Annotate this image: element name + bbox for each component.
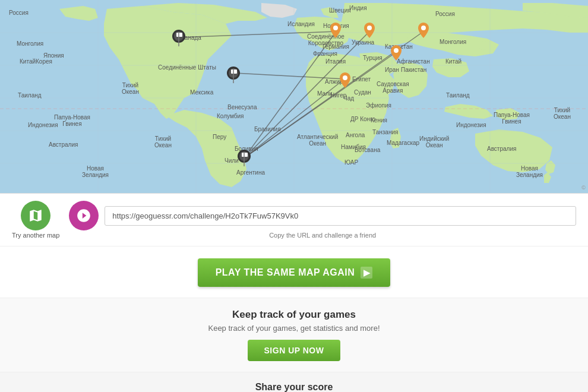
label-australia-w: Австралия <box>49 141 78 148</box>
label-png-e: Папуа-НоваяГвинея <box>494 112 530 125</box>
label-russia-e: Россия <box>435 11 455 17</box>
keep-track-subtitle: Keep track of your games, get statistics… <box>12 324 576 333</box>
label-indonesia-e: Индонезия <box>456 122 486 128</box>
keep-track-area: Keep track of your games Keep track of y… <box>0 298 588 372</box>
map-container: Россия Монголия Китай Таиланд Индонезия … <box>0 0 588 193</box>
pin-orange-4 <box>340 72 350 90</box>
label-chile: Чили <box>225 157 239 164</box>
label-ethiopia: Эфиопия <box>366 102 391 109</box>
label-tanzania: Танзания <box>372 129 398 135</box>
pin-orange-1 <box>330 23 341 40</box>
play-same-map-button[interactable]: PLAY THE SAME MAP AGAIN ▶ <box>198 258 391 287</box>
label-india: Индия <box>349 5 367 11</box>
label-pacific-w: ТихийОкеан <box>122 82 139 95</box>
label-venezuela: Венесуэла <box>227 104 257 110</box>
label-atlantic: АтлантическийОкеан <box>297 134 338 147</box>
label-mongolia-w: Монголия <box>17 40 43 47</box>
label-mexico: Мексика <box>190 89 213 96</box>
svg-point-19 <box>333 26 338 30</box>
label-usa: Соединённые Штаты <box>158 64 216 71</box>
label-colombia: Колумбия <box>217 113 244 119</box>
label-afghanistan: Афганистан <box>397 58 430 65</box>
label-pakistan: Пакистан <box>401 67 426 73</box>
label-png-w: Папуа-НоваяГвинея <box>54 114 90 127</box>
label-saudi: СаудовскаяАравия <box>377 81 409 94</box>
map-watermark: © <box>581 185 586 191</box>
label-nz-e: НоваяЗеландия <box>516 165 543 178</box>
label-madagascar: Мадагаскар <box>387 140 419 146</box>
label-indonesia-w: Индонезия <box>28 122 58 128</box>
pin-flag-2 <box>227 67 240 86</box>
label-brazil: Бразилия <box>254 126 281 132</box>
label-italy: Италия <box>325 58 346 65</box>
challenge-url-input[interactable] <box>105 206 576 226</box>
label-china-e: Китай <box>445 58 461 65</box>
play-button-label: PLAY THE SAME MAP AGAIN <box>216 267 355 278</box>
label-iran: Иран <box>385 67 399 73</box>
label-china-w: Китай <box>20 58 36 65</box>
svg-point-23 <box>394 48 399 53</box>
bottom-bar: Try another map Copy the URL and challen… <box>0 193 588 246</box>
label-angola: Ангола <box>346 132 365 138</box>
play-area: PLAY THE SAME MAP AGAIN ▶ <box>0 246 588 298</box>
share-area: Share your score <box>0 372 588 392</box>
try-another-icon[interactable] <box>21 201 50 230</box>
pin-flag-3 <box>238 150 251 169</box>
url-copy-label: Copy the URL and challenge a friend <box>269 232 376 239</box>
label-kenya: Кения <box>371 117 387 124</box>
label-peru: Перу <box>213 134 226 140</box>
pin-orange-3 <box>418 23 429 40</box>
challenge-icon-circle[interactable] <box>69 201 99 230</box>
keep-track-title: Keep track of your games <box>12 309 576 321</box>
label-chad: Чад <box>343 95 354 102</box>
svg-point-20 <box>367 26 372 30</box>
label-australia-e: Австралия <box>487 146 516 152</box>
label-russia-w: Россия <box>9 10 29 16</box>
label-egypt: Египет <box>352 76 371 83</box>
svg-rect-34 <box>242 153 248 157</box>
svg-point-21 <box>421 26 426 30</box>
label-mongolia-e: Монголия <box>440 39 466 45</box>
label-botswana: Ботсвана <box>355 147 380 153</box>
label-korea: Корея <box>36 58 52 65</box>
label-sweden: Швеция <box>329 7 351 14</box>
label-pacific-w2: ТихийОкеан <box>154 135 172 148</box>
signup-button[interactable]: SIGN UP NOW <box>248 340 341 361</box>
map-icon <box>28 208 43 223</box>
svg-point-22 <box>343 75 347 80</box>
label-argentina: Аргентина <box>236 169 265 176</box>
challenge-url-area: Copy the URL and challenge a friend <box>69 201 576 239</box>
play-arrow-icon: ▶ <box>361 267 372 279</box>
label-germany: Германия <box>323 43 349 50</box>
svg-rect-30 <box>231 69 237 74</box>
pin-orange-2 <box>364 23 375 40</box>
label-sudan: Судан <box>354 89 371 96</box>
label-indian-ocean: ИндийскийОкеан <box>419 135 449 148</box>
pin-orange-5 <box>391 45 402 63</box>
world-map <box>0 0 588 193</box>
challenge-icon <box>76 208 91 223</box>
share-title: Share your score <box>12 382 576 392</box>
label-iceland: Исландия <box>287 21 315 27</box>
try-another-label: Try another map <box>12 232 59 239</box>
label-pacific-e: ТихийОкеан <box>554 107 571 120</box>
pin-flag-1 <box>172 30 185 49</box>
label-thailand-e: Таиланд <box>446 92 470 99</box>
svg-rect-26 <box>176 33 182 37</box>
label-turkey: Турция <box>363 55 382 61</box>
label-nz-w: НоваяЗеландия <box>82 165 109 178</box>
try-another-map[interactable]: Try another map <box>12 201 59 239</box>
label-southafrica: ЮАР <box>344 159 358 166</box>
label-france: Франция <box>313 50 337 57</box>
label-thailand-w: Таиланд <box>18 92 42 99</box>
